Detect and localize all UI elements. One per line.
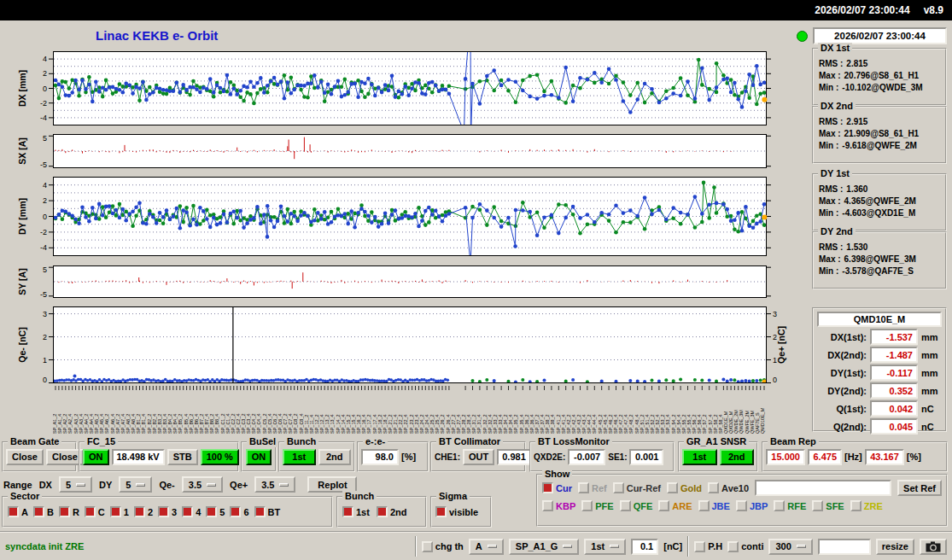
checkbox-indicator[interactable] [581,500,593,511]
sector-toggle-6[interactable]: 6 [230,506,248,517]
range-qep-select[interactable]: 3.5 [254,476,295,493]
checkbox-indicator[interactable] [182,506,193,517]
snsr-2nd-button[interactable]: 2nd [720,449,755,465]
checkbox-indicator[interactable] [110,506,121,517]
show-toggle-ref[interactable]: Ref [578,482,607,493]
show-toggle-cur-ref[interactable]: Cur-Ref [613,482,661,493]
bunch-1st-button[interactable]: 1st [283,449,316,465]
bunch-toggle-2nd[interactable]: 2nd [377,506,407,517]
sector-toggle-2[interactable]: 2 [134,506,153,517]
set-ref-button[interactable]: Set Ref [897,480,942,496]
spare-input[interactable] [818,539,871,555]
svg-text:0: 0 [43,213,47,221]
checkbox-indicator[interactable] [613,482,624,493]
ph-toggle[interactable]: P.H [694,541,722,552]
checkbox-label: visible [449,507,478,517]
fc15-on-button[interactable]: ON [83,449,109,465]
checkbox-indicator[interactable] [812,500,823,511]
checkbox-indicator[interactable] [85,506,96,517]
show-toggle-cur[interactable]: Cur [542,482,572,493]
bpm-select[interactable]: SP_A1_G [509,539,580,555]
range-qem-select[interactable]: 3.5 [182,476,223,493]
fc15-duty-readout: 100 % [201,449,239,465]
beam-rep-unit-hz: [Hz] [844,452,862,462]
screenshot-button[interactable] [920,539,947,555]
fc15-stb-button[interactable]: STB [167,449,198,465]
show-toggle-zre[interactable]: ZRE [850,500,883,511]
checkbox-indicator[interactable] [694,541,705,552]
checkbox-indicator[interactable] [850,500,861,511]
sector-toggle-4[interactable]: 4 [182,506,201,517]
threshold-value[interactable]: 0.1 [631,539,658,555]
checkbox-indicator[interactable] [667,482,678,493]
checkbox-indicator[interactable] [727,541,739,552]
show-toggle-sfe[interactable]: SFE [812,500,844,511]
range-dx-select[interactable]: 5 [59,476,92,493]
max-label: Max : [819,195,841,207]
show-toggle-rfe[interactable]: RFE [774,500,806,511]
checkbox-indicator[interactable] [8,506,19,517]
option-menu-glyph [488,545,497,548]
che1-state-button[interactable]: OUT [463,449,494,465]
conti-toggle[interactable]: conti [727,541,763,552]
checkbox-indicator[interactable] [134,506,145,517]
chg-th-toggle[interactable]: chg th [422,541,464,552]
checkbox-indicator[interactable] [736,500,747,511]
sector-toggle-3[interactable]: 3 [158,506,177,517]
checkbox-indicator[interactable] [59,506,70,517]
checkbox-indicator[interactable] [158,506,169,517]
sector-toggle-1[interactable]: 1 [110,506,129,517]
checkbox-indicator[interactable] [342,506,353,517]
ref-file-input[interactable] [755,480,891,496]
checkbox-indicator[interactable] [435,506,447,517]
resize-button[interactable]: resize [876,539,914,555]
busel-on-button[interactable]: ON [246,449,272,465]
checkbox-indicator[interactable] [542,500,553,511]
show-toggle-jbe[interactable]: JBE [698,500,730,511]
show-toggle-kbp[interactable]: KBP [542,500,575,511]
show-toggle-pfe[interactable]: PFE [581,500,613,511]
checkbox-indicator[interactable] [422,541,433,552]
checkbox-indicator[interactable] [708,482,719,493]
checkbox-indicator[interactable] [230,506,241,517]
sx-chart: 5-5SX [A] [0,134,794,170]
show-toggle-jbp[interactable]: JBP [736,500,768,511]
se1-value: 0.001 [629,449,663,465]
range-dy-select[interactable]: 5 [119,476,152,493]
svg-text:4: 4 [43,181,47,190]
checkbox-indicator[interactable] [698,500,710,511]
points-select[interactable]: 300 [768,539,812,555]
show-toggle-gold[interactable]: Gold [667,482,702,493]
show-toggle-qfe[interactable]: QFE [620,500,653,511]
show-toggle-ave10[interactable]: Ave10 [708,482,749,493]
gate-select[interactable]: A [469,539,504,555]
checkbox-indicator[interactable] [774,500,785,511]
bunch-select[interactable]: 1st [584,539,626,555]
bpm-monitor-name: QMD10E_M [817,312,942,327]
snsr-1st-button[interactable]: 1st [682,449,717,465]
bunch-toggle-1st[interactable]: 1st [342,506,370,517]
checkbox-indicator[interactable] [542,482,553,493]
monitor-row-unit: mm [921,386,938,396]
sector-title: Sector [8,491,42,502]
checkbox-indicator[interactable] [658,500,669,511]
sigma-toggle-visible[interactable]: visible [435,506,478,517]
busel-title: BuSel [247,436,278,447]
checkbox-indicator[interactable] [578,482,589,493]
monitor-row-label: DY(1st): [817,368,867,378]
beam-gate-close-button-1[interactable]: Close [6,449,44,465]
checkbox-indicator[interactable] [33,506,44,517]
sector-toggle-a[interactable]: A [8,506,28,517]
checkbox-indicator[interactable] [377,506,388,517]
checkbox-indicator[interactable] [254,506,266,517]
sector-toggle-c[interactable]: C [85,506,105,517]
sector-toggle-bt[interactable]: BT [254,506,281,517]
sector-toggle-r[interactable]: R [59,506,79,517]
show-toggle-are[interactable]: ARE [658,500,692,511]
svg-text:1: 1 [43,356,47,365]
bunch-2nd-button[interactable]: 2nd [318,449,352,465]
checkbox-indicator[interactable] [620,500,631,511]
sector-toggle-5[interactable]: 5 [206,506,225,517]
sector-toggle-b[interactable]: B [33,506,54,517]
checkbox-indicator[interactable] [206,506,217,517]
